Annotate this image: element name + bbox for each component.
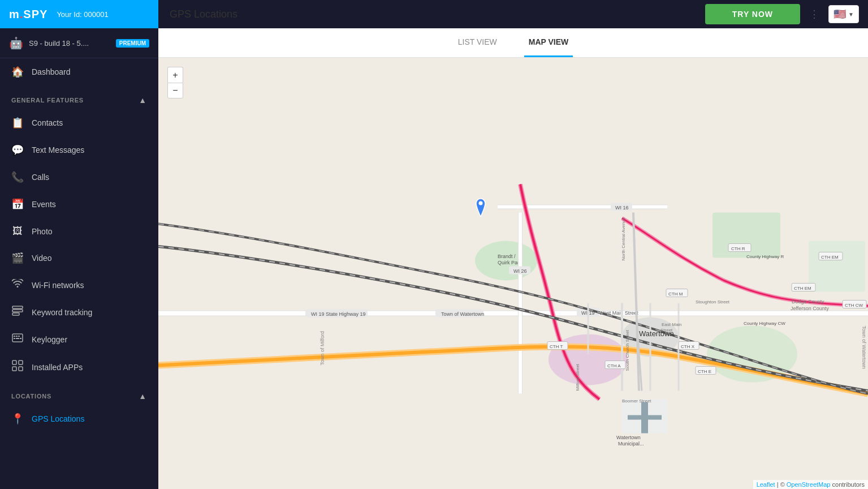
svg-text:WI 26: WI 26 bbox=[513, 268, 527, 274]
svg-text:Dodge County: Dodge County bbox=[792, 299, 824, 304]
messages-icon: 💬 bbox=[11, 144, 24, 156]
sidebar-item-text-messages[interactable]: 💬 Text Messages bbox=[0, 136, 158, 164]
svg-rect-11 bbox=[19, 361, 23, 364]
sidebar-item-label: Video bbox=[32, 254, 52, 263]
flag-icon: 🇺🇸 bbox=[834, 8, 846, 20]
sidebar-item-calls[interactable]: 📞 Calls bbox=[0, 164, 158, 191]
sidebar-item-label: Photo bbox=[32, 227, 53, 236]
page-title: GPS Locations bbox=[170, 8, 237, 20]
chevron-up-icon: ▲ bbox=[139, 96, 147, 105]
svg-rect-2 bbox=[12, 313, 19, 315]
chevron-up-icon-locations: ▲ bbox=[139, 392, 147, 401]
sidebar-item-label: Calls bbox=[32, 173, 49, 182]
svg-rect-0 bbox=[12, 306, 23, 308]
apps-icon bbox=[11, 360, 24, 374]
logo-spy: SPY bbox=[23, 8, 47, 20]
svg-text:Milford Street: Milford Street bbox=[575, 363, 580, 391]
zoom-out-button[interactable]: − bbox=[167, 83, 183, 98]
osm-link[interactable]: OpenStreetMap bbox=[787, 481, 831, 488]
svg-text:South Church Street: South Church Street bbox=[625, 329, 630, 371]
svg-text:Town of Milford: Town of Milford bbox=[319, 331, 325, 366]
sidebar-item-label: Dashboard bbox=[32, 67, 71, 76]
svg-text:CTH X: CTH X bbox=[681, 344, 695, 349]
events-icon: 📅 bbox=[11, 198, 24, 211]
svg-text:Watertown: Watertown bbox=[639, 329, 674, 338]
svg-text:County Highway R: County Highway R bbox=[746, 254, 784, 259]
sidebar-item-keyword-tracking[interactable]: Keyword tracking bbox=[0, 298, 158, 326]
sidebar-item-label: Events bbox=[32, 200, 56, 209]
tab-list-view[interactable]: LIST VIEW bbox=[454, 28, 502, 57]
tabs-bar: LIST VIEW MAP VIEW bbox=[158, 28, 868, 58]
general-features-label: GENERAL FEATURES bbox=[11, 97, 84, 104]
logo: m.SPY bbox=[9, 8, 47, 21]
sidebar-item-wifi-networks[interactable]: Wi-Fi networks bbox=[0, 272, 158, 298]
device-header: 🤖 S9 - build 18 - 5.... PREMIUM bbox=[0, 28, 158, 58]
svg-text:WI 19   State Highway 19: WI 19 State Highway 19 bbox=[311, 311, 366, 317]
contacts-icon: 📋 bbox=[11, 117, 24, 129]
main-layout: 🤖 S9 - build 18 - 5.... PREMIUM 🏠 Dashbo… bbox=[0, 28, 868, 489]
device-name: S9 - build 18 - 5.... bbox=[29, 39, 110, 48]
svg-rect-19 bbox=[809, 241, 865, 292]
sidebar-item-contacts[interactable]: 📋 Contacts bbox=[0, 109, 158, 136]
sidebar-item-dashboard[interactable]: 🏠 Dashboard bbox=[0, 58, 158, 85]
video-icon: 🎬 bbox=[11, 252, 24, 264]
svg-rect-7 bbox=[14, 338, 15, 339]
sidebar-item-video[interactable]: 🎬 Video bbox=[0, 244, 158, 272]
svg-text:CTH CW: CTH CW bbox=[845, 303, 863, 308]
language-selector[interactable]: 🇺🇸 ▼ bbox=[828, 5, 859, 23]
map-background: Brandt / Quirk Park bbox=[158, 58, 868, 489]
sidebar-item-photo[interactable]: 🖼 Photo bbox=[0, 218, 158, 244]
svg-text:Jefferson County: Jefferson County bbox=[791, 306, 829, 311]
top-header: m.SPY Your Id: 000001 GPS Locations TRY … bbox=[0, 0, 868, 28]
photo-icon: 🖼 bbox=[11, 225, 24, 237]
keyword-icon bbox=[11, 306, 24, 319]
svg-text:CTH E: CTH E bbox=[698, 369, 711, 374]
svg-rect-5 bbox=[16, 336, 18, 337]
content-area: LIST VIEW MAP VIEW Brandt / Quirk Park bbox=[158, 28, 868, 489]
tab-map-view[interactable]: MAP VIEW bbox=[524, 28, 573, 57]
sidebar-item-installed-apps[interactable]: Installed APPs bbox=[0, 353, 158, 381]
calls-icon: 📞 bbox=[11, 171, 24, 183]
sidebar-item-events[interactable]: 📅 Events bbox=[0, 191, 158, 218]
home-icon: 🏠 bbox=[11, 66, 24, 78]
svg-text:Boomer Street: Boomer Street bbox=[622, 398, 651, 404]
sidebar-item-label: Contacts bbox=[32, 118, 63, 127]
sidebar-item-gps-locations[interactable]: 📍 GPS Locations bbox=[0, 405, 158, 432]
svg-rect-4 bbox=[14, 336, 15, 337]
try-now-button[interactable]: TRY NOW bbox=[705, 4, 800, 24]
svg-text:East Main: East Main bbox=[662, 322, 682, 327]
map-container: Brandt / Quirk Park bbox=[158, 58, 868, 489]
sidebar-item-keylogger[interactable]: Keylogger bbox=[0, 326, 158, 353]
zoom-in-button[interactable]: + bbox=[167, 67, 183, 83]
svg-text:CTH M: CTH M bbox=[668, 291, 683, 297]
svg-text:Watertown: Watertown bbox=[616, 435, 641, 440]
locations-label: LOCATIONS bbox=[11, 393, 51, 400]
svg-rect-9 bbox=[20, 338, 21, 339]
premium-badge: PREMIUM bbox=[116, 39, 149, 48]
leaflet-link[interactable]: Leaflet bbox=[757, 481, 775, 488]
svg-text:Brandt /: Brandt / bbox=[498, 254, 516, 259]
svg-point-87 bbox=[479, 201, 483, 205]
sidebar-item-label: GPS Locations bbox=[32, 414, 84, 423]
svg-text:Town of Watertown: Town of Watertown bbox=[861, 326, 867, 369]
svg-text:WI 16: WI 16 bbox=[615, 205, 629, 211]
map-controls: + − bbox=[167, 67, 183, 98]
more-options-icon[interactable]: ⋮ bbox=[809, 8, 819, 20]
logo-m: m bbox=[9, 8, 20, 20]
sidebar-item-label: Keylogger bbox=[32, 335, 67, 344]
svg-rect-8 bbox=[16, 338, 19, 339]
wifi-icon bbox=[11, 279, 24, 291]
svg-text:CTH EM: CTH EM bbox=[821, 255, 839, 260]
svg-rect-6 bbox=[18, 336, 20, 337]
svg-text:CTH A: CTH A bbox=[607, 363, 621, 368]
pin-icon bbox=[474, 199, 487, 217]
map-location-pin bbox=[474, 199, 487, 219]
svg-text:CTH T: CTH T bbox=[550, 344, 563, 349]
svg-text:Town of Watertown: Town of Watertown bbox=[441, 311, 484, 317]
locations-section-header: LOCATIONS ▲ bbox=[0, 385, 158, 405]
gps-icon: 📍 bbox=[11, 413, 24, 425]
map-svg: Brandt / Quirk Park bbox=[158, 58, 868, 489]
header-right: TRY NOW ⋮ 🇺🇸 ▼ bbox=[705, 4, 868, 24]
header-center: GPS Locations bbox=[158, 8, 705, 20]
svg-text:Stoughton Street: Stoughton Street bbox=[696, 299, 730, 304]
